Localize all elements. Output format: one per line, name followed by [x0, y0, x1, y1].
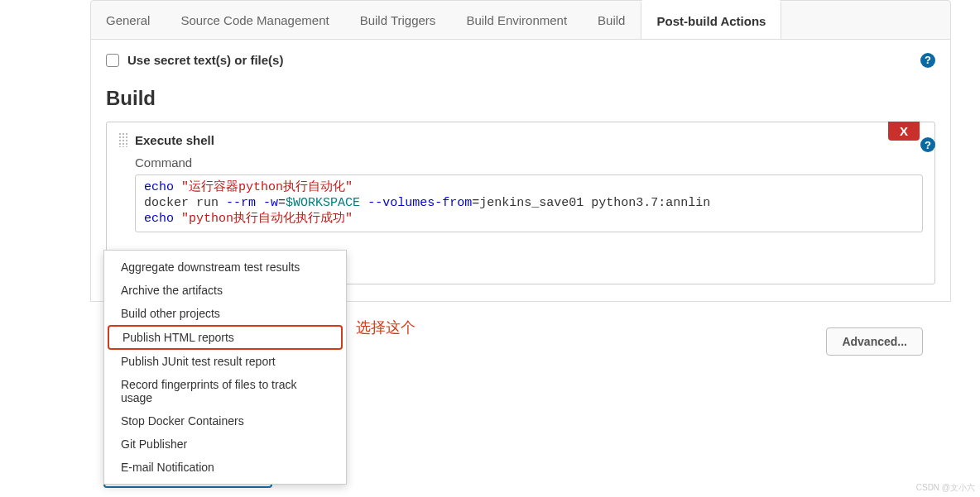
menu-stop-docker[interactable]: Stop Docker Containers: [104, 409, 346, 432]
step-title: Execute shell: [135, 133, 214, 147]
tab-env[interactable]: Build Environment: [451, 1, 583, 39]
tab-scm[interactable]: Source Code Management: [166, 1, 344, 39]
annotation-label: 选择这个: [356, 318, 416, 337]
menu-record-fingerprints[interactable]: Record fingerprints of files to track us…: [104, 373, 346, 409]
help-icon[interactable]: ?: [920, 53, 935, 68]
tab-triggers[interactable]: Build Triggers: [345, 1, 452, 39]
menu-git-publisher[interactable]: Git Publisher: [104, 432, 346, 456]
menu-archive-artifacts[interactable]: Archive the artifacts: [104, 279, 346, 302]
tab-build[interactable]: Build: [583, 1, 641, 39]
watermark: CSDN @文小六: [916, 482, 975, 494]
build-section-title: Build: [106, 87, 935, 110]
menu-email-notification[interactable]: E-mail Notification: [104, 456, 346, 479]
help-icon[interactable]: ?: [920, 137, 935, 152]
menu-aggregate-downstream[interactable]: Aggregate downstream test results: [104, 256, 346, 279]
delete-step-button[interactable]: X: [888, 122, 920, 141]
tab-postbuild[interactable]: Post-build Actions: [641, 0, 781, 39]
menu-publish-html-reports[interactable]: Publish HTML reports: [108, 325, 343, 350]
advanced-button[interactable]: Advanced...: [826, 327, 923, 356]
tab-general[interactable]: General: [91, 1, 166, 39]
command-label: Command: [135, 155, 923, 170]
use-secret-label: Use secret text(s) or file(s): [127, 53, 283, 67]
use-secret-checkbox[interactable]: [106, 54, 119, 67]
drag-handle-icon[interactable]: [118, 132, 128, 147]
shell-command-input[interactable]: echo "运行容器python执行自动化" docker run --rm -…: [135, 174, 923, 232]
post-build-action-menu: Aggregate downstream test results Archiv…: [103, 250, 347, 485]
menu-build-other-projects[interactable]: Build other projects: [104, 302, 346, 325]
config-tabs: General Source Code Management Build Tri…: [90, 0, 951, 40]
menu-publish-junit[interactable]: Publish JUnit test result report: [104, 350, 346, 373]
